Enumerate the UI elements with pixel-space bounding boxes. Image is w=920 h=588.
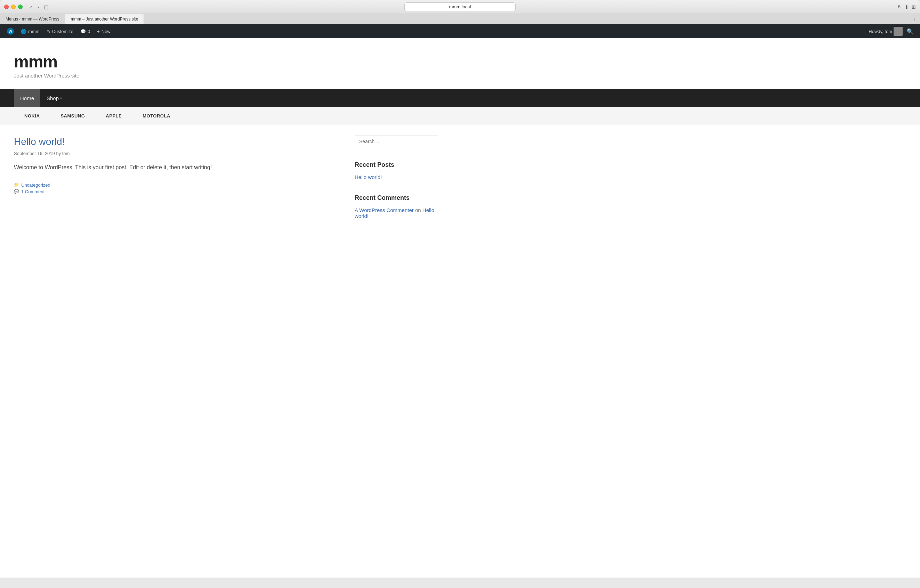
recent-comments-widget: Recent Comments A WordPress Commenter on… bbox=[355, 194, 438, 219]
primary-nav: Home Shop ▾ bbox=[0, 89, 920, 107]
address-bar[interactable]: mmm.local bbox=[404, 2, 516, 11]
browser-nav-buttons: ‹ › bbox=[28, 3, 41, 10]
on-text: on bbox=[415, 207, 423, 213]
recent-posts-title: Recent Posts bbox=[355, 161, 438, 168]
admin-bar-right: Howdy, tom 🔍 bbox=[868, 27, 917, 36]
site-header: mmm Just another WordPress site bbox=[0, 38, 920, 89]
list-item: Hello world! bbox=[355, 174, 438, 180]
site-icon: 🌐 bbox=[21, 29, 26, 34]
search-input[interactable] bbox=[355, 136, 438, 147]
traffic-lights bbox=[4, 5, 23, 9]
close-button[interactable] bbox=[4, 5, 9, 9]
recent-posts-widget: Recent Posts Hello world! bbox=[355, 161, 438, 180]
main-content: Hello world! September 16, 2019 by tom W… bbox=[0, 125, 452, 234]
wp-admin-bar: W 🌐 mmm ✎ Customize 💬 0 + New Howdy, tom… bbox=[0, 24, 920, 38]
sub-nav: NOKIA SAMSUNG APPLE MOTOROLA bbox=[0, 107, 920, 125]
nav-item-home[interactable]: Home bbox=[14, 89, 40, 107]
post-title-link[interactable]: Hello world! bbox=[14, 136, 65, 147]
howdy-text: Howdy, tom bbox=[868, 29, 892, 34]
title-bar: ‹ › ▢ mmm.local ↻ ⬆ ⊞ bbox=[0, 0, 920, 14]
post-comments-link[interactable]: 1 Comment bbox=[21, 189, 44, 194]
admin-bar-new[interactable]: + New bbox=[94, 24, 114, 38]
dropdown-caret-icon: ▾ bbox=[60, 96, 62, 100]
wordpress-icon: W bbox=[7, 28, 14, 35]
comment-entry: A WordPress Commenter on Hello world! bbox=[355, 207, 438, 219]
site-wrapper: mmm Just another WordPress site Home Sho… bbox=[0, 38, 920, 578]
post-category-row: 📁 Uncategorized bbox=[14, 183, 341, 187]
comment-icon: 💬 bbox=[80, 29, 86, 34]
tab-wordpress-site[interactable]: mmm – Just another WordPress site bbox=[65, 14, 144, 24]
site-tagline: Just another WordPress site bbox=[14, 73, 906, 79]
comment-bubble-icon: 💬 bbox=[14, 189, 19, 194]
category-icon: 📁 bbox=[14, 183, 19, 187]
address-bar-actions: ↻ ⬆ ⊞ bbox=[898, 4, 916, 10]
tab-wordpress-menus[interactable]: Menus ‹ mmm — WordPress bbox=[0, 14, 65, 24]
back-button[interactable]: ‹ bbox=[28, 3, 34, 10]
customize-icon: ✎ bbox=[47, 29, 50, 34]
post-category-link[interactable]: Uncategorized bbox=[21, 183, 50, 187]
search-widget bbox=[355, 136, 438, 147]
sidebar: Recent Posts Hello world! Recent Comment… bbox=[355, 136, 438, 223]
post-meta: September 16, 2019 by tom bbox=[14, 151, 341, 156]
site-title: mmm bbox=[14, 52, 906, 71]
sub-nav-item-samsung[interactable]: SAMSUNG bbox=[50, 107, 95, 125]
new-tab-button[interactable]: ⊞ bbox=[912, 4, 916, 10]
avatar bbox=[894, 27, 902, 36]
sidebar-toggle-button[interactable]: ▢ bbox=[44, 4, 48, 10]
reload-button[interactable]: ↻ bbox=[898, 4, 902, 10]
minimize-button[interactable] bbox=[11, 5, 16, 9]
admin-bar-comments[interactable]: 💬 0 bbox=[77, 24, 94, 38]
maximize-button[interactable] bbox=[18, 5, 23, 9]
posts-area: Hello world! September 16, 2019 by tom W… bbox=[14, 136, 341, 223]
address-bar-container: mmm.local bbox=[404, 2, 516, 11]
recent-comments-title: Recent Comments bbox=[355, 194, 438, 202]
sub-nav-item-apple[interactable]: APPLE bbox=[95, 107, 132, 125]
forward-button[interactable]: › bbox=[36, 3, 41, 10]
url-text: mmm.local bbox=[449, 4, 471, 10]
post-title: Hello world! bbox=[14, 136, 341, 148]
admin-bar-wp-logo[interactable]: W bbox=[3, 24, 18, 38]
recent-posts-list: Hello world! bbox=[355, 174, 438, 180]
add-tab-button[interactable]: + bbox=[909, 14, 920, 24]
admin-bar-customize[interactable]: ✎ Customize bbox=[43, 24, 77, 38]
admin-bar-site-name[interactable]: 🌐 mmm bbox=[18, 24, 43, 38]
search-icon[interactable]: 🔍 bbox=[904, 28, 917, 35]
sub-nav-item-nokia[interactable]: NOKIA bbox=[14, 107, 50, 125]
plus-icon: + bbox=[97, 29, 100, 34]
post-footer: 📁 Uncategorized 💬 1 Comment bbox=[14, 183, 341, 194]
post-content: Welcome to WordPress. This is your first… bbox=[14, 163, 341, 172]
comment-author-link[interactable]: A WordPress Commenter bbox=[355, 207, 414, 213]
post-comments-row: 💬 1 Comment bbox=[14, 189, 341, 194]
post-article: Hello world! September 16, 2019 by tom W… bbox=[14, 136, 341, 194]
share-button[interactable]: ⬆ bbox=[905, 4, 909, 10]
recent-post-link-1[interactable]: Hello world! bbox=[355, 174, 382, 180]
sub-nav-item-motorola[interactable]: MOTOROLA bbox=[132, 107, 181, 125]
nav-item-shop[interactable]: Shop ▾ bbox=[40, 89, 68, 107]
tabs-bar: Menus ‹ mmm — WordPress mmm – Just anoth… bbox=[0, 14, 920, 24]
